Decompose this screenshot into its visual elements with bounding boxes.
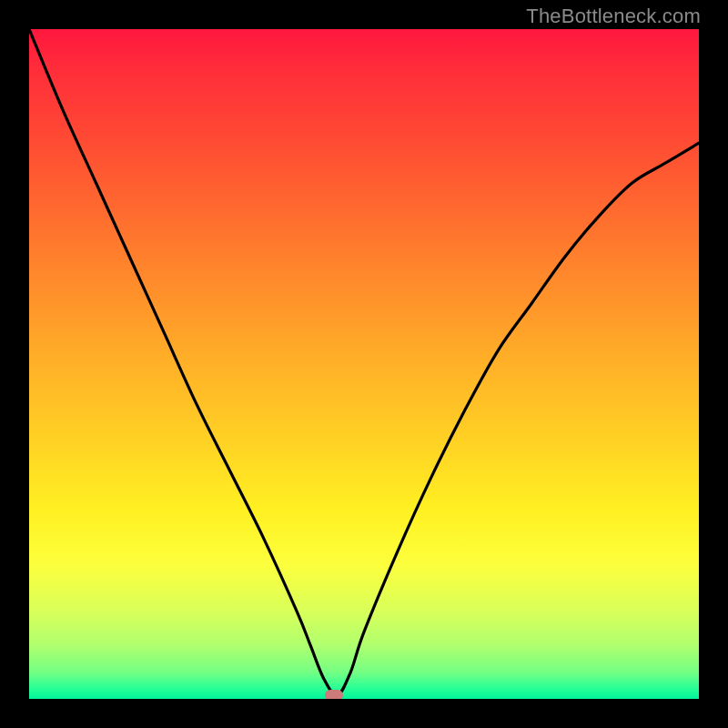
bottleneck-curve	[29, 29, 699, 699]
chart-frame: TheBottleneck.com	[0, 0, 728, 728]
optimal-point-marker	[325, 690, 343, 699]
watermark-label: TheBottleneck.com	[526, 5, 701, 28]
curve-path	[29, 29, 699, 695]
plot-area	[29, 29, 699, 699]
